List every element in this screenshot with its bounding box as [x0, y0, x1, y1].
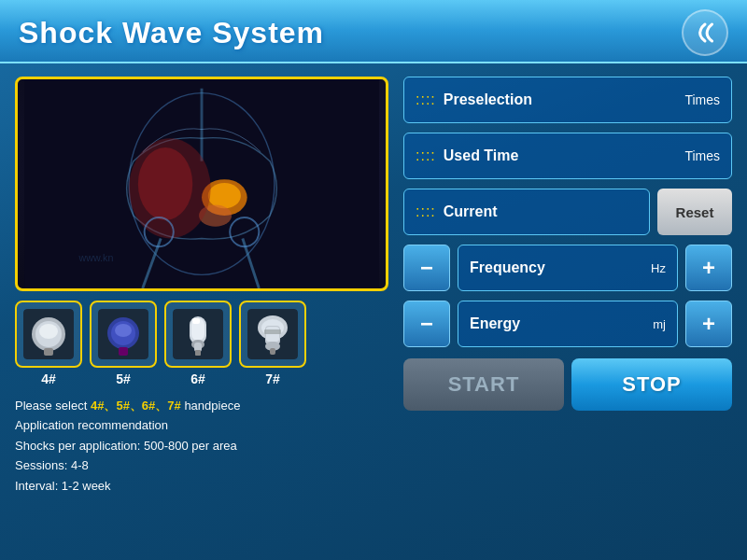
- handpiece-item-4[interactable]: 4#: [15, 301, 82, 386]
- right-panel: :::: Preselection Times :::: Used Time T…: [403, 77, 732, 541]
- energy-display: Energy mj: [458, 301, 678, 347]
- main-content: www.kn 4#: [0, 63, 747, 554]
- svg-rect-35: [264, 329, 281, 334]
- preselection-label: Preselection: [444, 91, 678, 108]
- preselection-dots: ::::: [416, 91, 436, 108]
- start-button[interactable]: START: [403, 358, 564, 411]
- svg-point-4: [208, 183, 241, 208]
- back-button[interactable]: [682, 9, 728, 56]
- back-arrow-icon: [691, 19, 719, 47]
- energy-unit: mj: [653, 317, 666, 331]
- used-time-label: Used Time: [444, 147, 678, 164]
- preselection-row: :::: Preselection Times: [403, 77, 732, 123]
- sessions-line: Sessions: 4-8: [15, 455, 388, 475]
- handpiece-box-5[interactable]: [90, 301, 157, 368]
- energy-label: Energy: [470, 315, 645, 332]
- svg-text:www.kn: www.kn: [78, 252, 114, 263]
- header: Shock Wave System: [0, 0, 747, 63]
- handpiece-item-6[interactable]: 6#: [164, 301, 232, 386]
- frequency-minus-button[interactable]: −: [403, 245, 450, 291]
- preselection-unit: Times: [684, 92, 720, 107]
- action-row: START STOP: [403, 358, 732, 411]
- left-panel: www.kn 4#: [15, 77, 388, 541]
- shocks-line: Shocks per application: 500-800 per area: [15, 436, 388, 455]
- svg-rect-26: [192, 318, 200, 324]
- current-row: :::: Current Reset: [403, 189, 732, 235]
- used-time-unit: Times: [684, 148, 720, 163]
- svg-point-7: [138, 147, 192, 220]
- frequency-display: Frequency Hz: [458, 245, 678, 291]
- current-label: Current: [444, 203, 638, 220]
- reset-button[interactable]: Reset: [657, 189, 732, 235]
- current-dots: ::::: [416, 203, 436, 220]
- handpiece-item-5[interactable]: 5#: [90, 301, 157, 386]
- handpiece-selector: 4# 5#: [15, 301, 388, 386]
- frequency-label: Frequency: [470, 259, 643, 276]
- frequency-row: − Frequency Hz +: [403, 245, 732, 291]
- current-display: :::: Current: [403, 189, 650, 235]
- handpiece-box-6[interactable]: [164, 301, 232, 368]
- select-line: Please select 4#、5#、6#、7# handpiece: [15, 396, 388, 415]
- select-suffix: handpiece: [181, 399, 241, 413]
- used-time-dots: ::::: [416, 147, 436, 164]
- frequency-unit: Hz: [651, 261, 666, 275]
- handpiece-label-5: 5#: [116, 371, 131, 386]
- app-rec-line: Application recommendation: [15, 415, 388, 435]
- info-section: Please select 4#、5#、6#、7# handpiece Appl…: [15, 396, 388, 496]
- svg-point-21: [115, 324, 132, 337]
- svg-rect-22: [119, 347, 128, 356]
- select-prefix: Please select: [15, 399, 91, 413]
- svg-rect-37: [270, 348, 275, 355]
- handpiece-label-7: 7#: [265, 371, 280, 386]
- svg-point-16: [39, 324, 58, 339]
- handpiece-item-7[interactable]: 7#: [239, 301, 306, 386]
- medical-image: www.kn: [15, 77, 388, 291]
- handpiece-label-6: 6#: [190, 371, 205, 386]
- handpiece-box-4[interactable]: [15, 301, 82, 368]
- energy-minus-button[interactable]: −: [403, 301, 450, 347]
- handpiece-box-7[interactable]: [239, 301, 306, 368]
- svg-rect-17: [44, 348, 53, 356]
- app-title: Shock Wave System: [19, 16, 324, 50]
- energy-plus-button[interactable]: +: [685, 301, 732, 347]
- interval-line: Interval: 1-2 week: [15, 476, 388, 496]
- frequency-plus-button[interactable]: +: [685, 245, 732, 291]
- energy-row: − Energy mj +: [403, 301, 732, 347]
- stop-button[interactable]: STOP: [571, 358, 732, 411]
- select-highlight: 4#、5#、6#、7#: [91, 399, 181, 413]
- used-time-row: :::: Used Time Times: [403, 133, 732, 179]
- handpiece-label-4: 4#: [41, 371, 56, 386]
- svg-rect-29: [195, 350, 201, 356]
